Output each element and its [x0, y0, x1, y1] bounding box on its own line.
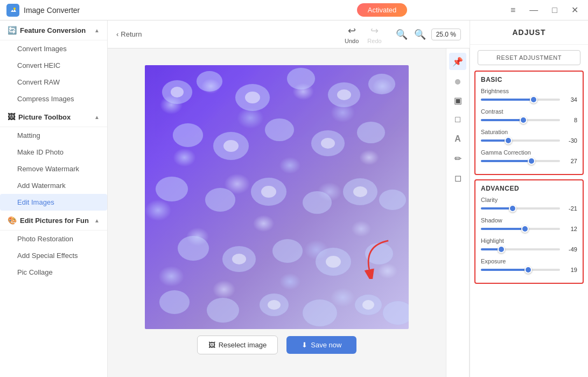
feature-conversion-label: Feature Conversion — [20, 26, 86, 34]
sidebar-item-compress-images[interactable]: Compress Images — [0, 90, 107, 107]
brightness-slider-group: Brightness 34 — [481, 88, 577, 103]
sidebar-item-convert-raw[interactable]: Convert RAW — [0, 74, 107, 90]
tool-pin[interactable]: 📌 — [449, 53, 466, 70]
reset-adjustment-button[interactable]: RESET ADJUSTMENT — [478, 50, 580, 65]
saturation-label: Saturation — [481, 129, 577, 135]
activated-button[interactable]: Activated — [357, 3, 407, 17]
return-button[interactable]: ‹ Return — [116, 30, 142, 38]
svg-point-8 — [173, 123, 203, 147]
highlight-label: Highlight — [481, 238, 577, 244]
saturation-track[interactable] — [481, 139, 560, 142]
sidebar-item-convert-heic[interactable]: Convert HEIC — [0, 57, 107, 74]
shadow-track[interactable] — [481, 228, 560, 230]
tools-strip: 📌 ▣ □ A ✏ ◻ — [446, 48, 470, 377]
svg-point-16 — [303, 191, 332, 214]
adjust-title: ADJUST — [470, 20, 588, 45]
edit-pictures-icon: 🎨 — [8, 216, 17, 225]
contrast-label: Contrast — [481, 108, 577, 115]
brightness-track[interactable] — [481, 99, 560, 101]
zoom-out-button[interactable]: 🔍 — [395, 27, 409, 41]
svg-point-25 — [207, 298, 239, 323]
title-bar-left: Image Converter — [6, 4, 257, 17]
sidebar-item-remove-watermark[interactable]: Remove Watermark — [0, 160, 107, 177]
reselect-button[interactable]: 🖼 Reselect image — [197, 336, 278, 354]
redo-icon: ↪ — [370, 25, 379, 37]
title-bar-center: Activated — [257, 3, 507, 17]
sidebar-category-feature-conversion[interactable]: 🔄 Feature Conversion ▲ — [0, 20, 107, 40]
tool-text[interactable]: A — [449, 130, 466, 148]
svg-point-1 — [13, 8, 16, 10]
chevron-up-icon-2: ▲ — [94, 114, 100, 120]
image-display — [145, 65, 409, 329]
tool-crop[interactable]: ▣ — [449, 92, 466, 109]
sidebar-item-matting[interactable]: Matting — [0, 127, 107, 144]
edit-pictures-label: Edit Pictures for Fun — [20, 217, 89, 225]
svg-point-33 — [223, 140, 239, 152]
saturation-value: -30 — [563, 137, 577, 144]
exposure-track[interactable] — [481, 269, 560, 271]
contrast-track[interactable] — [481, 119, 560, 121]
sidebar-item-photo-restoration[interactable]: Photo Restoration — [0, 231, 107, 247]
bottom-controls: 🖼 Reselect image ⬇ Save now — [191, 329, 363, 361]
clarity-value: -21 — [563, 205, 577, 212]
gamma-slider-row: 27 — [481, 158, 577, 164]
sidebar-item-edit-images[interactable]: Edit Images — [0, 194, 107, 211]
svg-point-18 — [379, 190, 406, 210]
sidebar-category-edit-pictures-fun[interactable]: 🎨 Edit Pictures for Fun ▲ — [0, 211, 107, 231]
save-button[interactable]: ⬇ Save now — [286, 336, 356, 354]
sidebar-item-convert-images[interactable]: Convert Images — [0, 40, 107, 57]
tool-rect[interactable]: □ — [449, 111, 466, 128]
tool-brush[interactable]: ✏ — [449, 150, 466, 167]
shadow-label: Shadow — [481, 217, 577, 224]
exposure-slider-group: Exposure 19 — [481, 258, 577, 273]
sidebar-item-make-id-photo[interactable]: Make ID Photo — [0, 144, 107, 160]
close-button[interactable]: ✕ — [568, 4, 582, 16]
svg-point-12 — [357, 122, 385, 143]
zoom-value[interactable]: 25.0 % — [431, 29, 461, 40]
svg-point-13 — [156, 177, 188, 201]
basic-section: BASIC Brightness 34 Contrast — [474, 71, 584, 175]
feature-conversion-icon: 🔄 — [8, 26, 17, 34]
sidebar-item-add-watermark[interactable]: Add Watermark — [0, 177, 107, 194]
svg-point-23 — [365, 243, 393, 264]
sidebar-section-toolbox: 🖼 Picture Toolbox ▲ Matting Make ID Phot… — [0, 107, 107, 211]
redo-button[interactable]: ↪ Redo — [367, 25, 381, 44]
maximize-button[interactable]: □ — [549, 4, 561, 16]
sidebar-item-pic-collage[interactable]: Pic Collage — [0, 264, 107, 281]
clarity-slider-group: Clarity -21 — [481, 197, 577, 212]
image-area: 🖼 Reselect image ⬇ Save now — [108, 48, 446, 377]
menu-button[interactable]: ≡ — [507, 4, 519, 16]
contrast-value: 8 — [563, 117, 577, 123]
title-bar-right: ≡ — □ ✕ — [507, 4, 582, 16]
tool-dropper[interactable] — [449, 72, 466, 89]
sidebar-section-fun: 🎨 Edit Pictures for Fun ▲ Photo Restorat… — [0, 211, 107, 281]
sidebar-item-add-special-effects[interactable]: Add Special Effects — [0, 247, 107, 264]
svg-point-39 — [268, 300, 281, 310]
svg-point-31 — [245, 92, 260, 103]
zoom-in-button[interactable]: 🔍 — [413, 27, 427, 41]
zoom-controls: 🔍 🔍 25.0 % — [395, 27, 461, 41]
undo-button[interactable]: ↩ Undo — [345, 25, 359, 44]
svg-point-7 — [368, 74, 395, 94]
minimize-button[interactable]: — — [526, 4, 541, 16]
svg-point-32 — [337, 89, 351, 100]
gamma-value: 27 — [563, 158, 577, 164]
clarity-track[interactable] — [481, 207, 560, 210]
exposure-value: 19 — [563, 267, 577, 273]
highlight-track[interactable] — [481, 248, 560, 250]
image-container — [145, 65, 409, 329]
tool-eraser[interactable]: ◻ — [449, 169, 466, 186]
svg-point-38 — [326, 256, 341, 268]
saturation-slider-row: -30 — [481, 137, 577, 144]
sidebar: 🔄 Feature Conversion ▲ Convert Images Co… — [0, 20, 108, 377]
return-arrow-icon: ‹ — [116, 30, 118, 38]
svg-point-27 — [303, 299, 337, 326]
svg-point-35 — [261, 186, 276, 198]
sidebar-category-picture-toolbox[interactable]: 🖼 Picture Toolbox ▲ — [0, 107, 107, 127]
clarity-slider-row: -21 — [481, 205, 577, 212]
clarity-label: Clarity — [481, 197, 577, 203]
gamma-track[interactable] — [481, 160, 560, 162]
gamma-label: Gamma Correction — [481, 149, 577, 156]
gamma-slider-group: Gamma Correction 27 — [481, 149, 577, 164]
toolbar: ‹ Return ↩ Undo ↪ Redo 🔍 🔍 25.0 % — [108, 20, 470, 48]
